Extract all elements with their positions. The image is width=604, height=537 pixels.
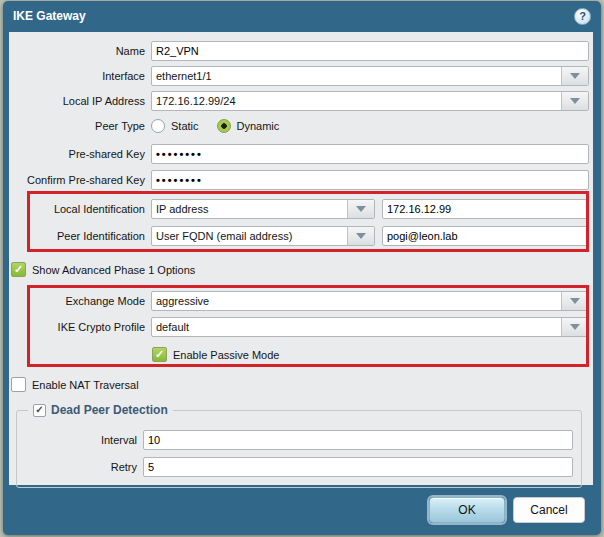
peer-id-label: Peer Identification <box>11 230 145 242</box>
show-advanced-row: ✓ Show Advanced Phase 1 Options <box>11 262 589 277</box>
dialog-footer: OK Cancel <box>3 485 601 535</box>
peer-type-static-radio[interactable] <box>151 119 165 133</box>
chevron-down-icon[interactable] <box>561 67 588 85</box>
local-id-type-value: IP address <box>152 200 347 218</box>
peer-type-dynamic-label: Dynamic <box>237 120 280 132</box>
dpd-label: Dead Peer Detection <box>51 403 168 417</box>
ike-crypto-value: default <box>152 318 561 336</box>
psk-row: Pre-shared Key <box>11 144 589 164</box>
help-icon[interactable]: ? <box>574 8 591 25</box>
name-row: Name <box>11 41 589 61</box>
chevron-down-icon[interactable] <box>561 92 588 110</box>
peer-id-type-select[interactable]: User FQDN (email address) <box>151 226 375 246</box>
confirm-psk-input[interactable] <box>151 170 589 190</box>
passive-mode-checkbox[interactable]: ✓ <box>152 347 167 362</box>
local-id-type-select[interactable]: IP address <box>151 199 375 219</box>
passive-mode-label: Enable Passive Mode <box>173 349 279 361</box>
interface-row: Interface ethernet1/1 <box>11 66 589 86</box>
dpd-checkbox[interactable]: ✓ <box>33 404 46 417</box>
exchange-mode-label: Exchange Mode <box>11 295 145 307</box>
show-advanced-label: Show Advanced Phase 1 Options <box>32 264 195 276</box>
ike-gateway-dialog: IKE Gateway ? Name Interface ethernet1/1… <box>3 1 601 535</box>
retry-label: Retry <box>17 461 137 473</box>
local-id-label: Local Identification <box>11 203 145 215</box>
interval-input[interactable] <box>143 430 573 450</box>
interval-label: Interval <box>17 434 137 446</box>
peer-type-dynamic-radio[interactable] <box>217 119 231 133</box>
name-label: Name <box>11 45 145 57</box>
ike-crypto-label: IKE Crypto Profile <box>11 321 145 333</box>
local-id-value-input[interactable] <box>382 199 589 219</box>
show-advanced-checkbox[interactable]: ✓ <box>11 262 26 277</box>
identification-section: Local Identification IP address Peer Ide… <box>11 195 589 249</box>
dialog-body: Name Interface ethernet1/1 Local IP Addr… <box>9 32 593 485</box>
interface-value: ethernet1/1 <box>152 67 561 85</box>
confirm-psk-row: Confirm Pre-shared Key <box>11 170 589 190</box>
confirm-psk-label: Confirm Pre-shared Key <box>11 174 145 186</box>
exchange-mode-select[interactable]: aggressive <box>151 291 589 311</box>
passive-mode-row: ✓ Enable Passive Mode <box>152 347 589 362</box>
chevron-down-icon[interactable] <box>347 200 374 218</box>
exchange-mode-row: Exchange Mode aggressive <box>11 291 589 311</box>
peer-type-label: Peer Type <box>11 120 145 132</box>
nat-traversal-checkbox[interactable] <box>11 377 26 392</box>
local-ip-row: Local IP Address 172.16.12.99/24 <box>11 91 589 111</box>
local-ip-value: 172.16.12.99/24 <box>152 92 561 110</box>
retry-input[interactable] <box>143 457 573 477</box>
ike-crypto-select[interactable]: default <box>151 317 589 337</box>
local-ip-label: Local IP Address <box>11 95 145 107</box>
chevron-down-icon[interactable] <box>561 318 588 336</box>
interface-label: Interface <box>11 70 145 82</box>
ok-button[interactable]: OK <box>429 497 505 523</box>
local-ip-select[interactable]: 172.16.12.99/24 <box>151 91 589 111</box>
dialog-title: IKE Gateway <box>13 9 86 23</box>
psk-input[interactable] <box>151 144 589 164</box>
psk-label: Pre-shared Key <box>11 148 145 160</box>
titlebar: IKE Gateway ? <box>3 1 601 31</box>
exchange-mode-value: aggressive <box>152 292 561 310</box>
name-input[interactable] <box>151 41 589 61</box>
peer-type-row: Peer Type Static Dynamic <box>11 119 589 133</box>
dead-peer-detection-group: ✓ Dead Peer Detection Interval Retry <box>16 403 582 488</box>
cancel-button[interactable]: Cancel <box>513 497 585 523</box>
retry-row: Retry <box>17 457 573 477</box>
interface-select[interactable]: ethernet1/1 <box>151 66 589 86</box>
peer-id-value-input[interactable] <box>382 226 589 246</box>
chevron-down-icon[interactable] <box>561 292 588 310</box>
peer-id-type-value: User FQDN (email address) <box>152 227 347 245</box>
peer-id-row: Peer Identification User FQDN (email add… <box>11 226 589 246</box>
advanced-options-section: Exchange Mode aggressive IKE Crypto Prof… <box>11 288 589 364</box>
local-id-row: Local Identification IP address <box>11 199 589 219</box>
nat-traversal-row: Enable NAT Traversal <box>11 377 589 392</box>
interval-row: Interval <box>17 430 573 450</box>
nat-traversal-label: Enable NAT Traversal <box>32 379 139 391</box>
peer-type-static-label: Static <box>171 120 199 132</box>
chevron-down-icon[interactable] <box>347 227 374 245</box>
dead-peer-detection-legend: ✓ Dead Peer Detection <box>28 403 173 417</box>
ike-crypto-row: IKE Crypto Profile default <box>11 317 589 337</box>
